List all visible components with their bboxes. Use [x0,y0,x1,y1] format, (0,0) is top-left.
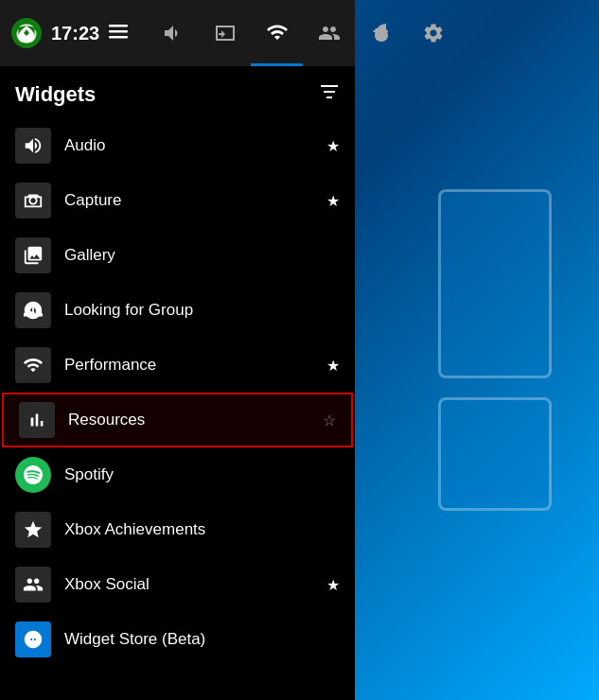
xbox-social-label: Xbox Social [64,575,326,594]
nav-social[interactable] [303,0,355,66]
capture-icon [15,183,51,219]
lfg-label: Looking for Group [64,301,340,320]
nav-settings[interactable] [407,0,459,66]
topbar-nav [147,0,459,66]
capture-star[interactable]: ★ [326,192,340,210]
widget-item-xbox-social[interactable]: Xbox Social ★ [0,557,355,612]
widget-item-gallery[interactable]: Gallery [0,228,355,283]
xbox-achievements-icon [15,512,51,548]
topbar: 17:23 [0,0,355,66]
nav-performance[interactable] [251,0,303,66]
capture-label: Capture [64,191,326,210]
widget-item-lfg[interactable]: Looking for Group [0,283,355,338]
widget-item-widget-store[interactable]: Widget Store (Beta) [0,612,355,667]
lfg-icon [15,292,51,328]
widget-store-icon [15,621,51,657]
audio-star[interactable]: ★ [326,137,340,155]
widgets-header: Widgets [0,66,355,118]
xbox-achievements-label: Xbox Achievements [64,520,340,539]
sidebar: 17:23 [0,0,355,700]
widgets-title: Widgets [15,82,96,107]
spotify-label: Spotify [64,465,340,484]
audio-icon [15,128,51,164]
clock: 17:23 [51,23,99,44]
desktop-shape-1 [438,189,552,378]
performance-label: Performance [64,356,326,375]
nav-capture[interactable] [199,0,251,66]
resources-icon [19,402,55,438]
widget-item-resources[interactable]: Resources ☆ [2,393,353,447]
audio-label: Audio [64,136,326,155]
performance-star[interactable]: ★ [326,357,340,375]
spotify-icon [15,457,51,493]
xbox-social-star[interactable]: ★ [326,576,340,594]
xbox-logo [11,18,42,48]
resources-star[interactable]: ☆ [323,411,336,429]
widget-item-spotify[interactable]: Spotify [0,447,355,502]
widget-store-label: Widget Store (Beta) [64,630,340,649]
widget-item-xbox-achievements[interactable]: Xbox Achievements [0,502,355,557]
widget-item-performance[interactable]: Performance ★ [0,338,355,393]
desktop-shape-2 [438,397,552,511]
gallery-icon [15,237,51,273]
nav-volume[interactable] [147,0,199,66]
widget-item-audio[interactable]: Audio ★ [0,118,355,173]
svg-rect-1 [109,25,128,27]
hamburger-icon[interactable] [109,22,128,45]
filter-icon[interactable] [319,81,340,107]
svg-rect-2 [109,30,128,33]
widgets-panel: Widgets Audio ★ Capture ★ [0,66,355,700]
widget-item-capture[interactable]: Capture ★ [0,173,355,228]
xbox-social-icon [15,567,51,603]
resources-label: Resources [68,411,323,429]
nav-controller[interactable] [355,0,407,66]
performance-icon [15,347,51,383]
svg-rect-3 [109,36,128,39]
gallery-label: Gallery [64,246,340,265]
